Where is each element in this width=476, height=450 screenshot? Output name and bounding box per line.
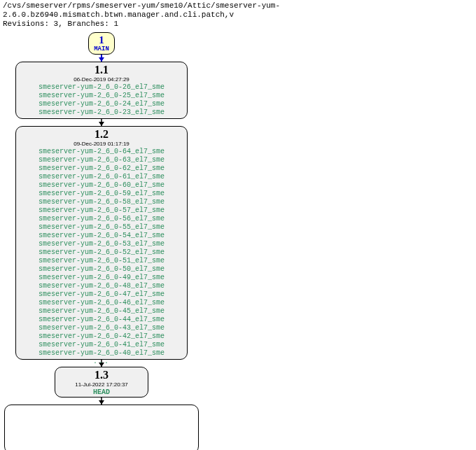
tags-ellipsis: ... bbox=[16, 358, 187, 366]
tag: smeserver-yum-2_6_0-48_el7_sme bbox=[16, 282, 187, 290]
rev-date: 11-Jul-2022 17:20:37 bbox=[55, 381, 148, 388]
tag: smeserver-yum-2_6_0-45_el7_sme bbox=[16, 307, 187, 316]
branch-main[interactable]: 1 MAIN bbox=[88, 32, 115, 55]
tag: smeserver-yum-2_6_0-50_el7_sme bbox=[16, 265, 187, 274]
branch-name: MAIN bbox=[89, 45, 114, 52]
tag: smeserver-yum-2_6_0-62_el7_sme bbox=[16, 164, 187, 173]
revision-1-3[interactable]: 1.3 11-Jul-2022 17:20:37 HEAD bbox=[55, 367, 148, 398]
rev-tags: smeserver-yum-2_6_0-64_el7_smesmeserver-… bbox=[16, 148, 187, 358]
tag: smeserver-yum-2_6_0-63_el7_sme bbox=[16, 156, 187, 164]
tag: smeserver-yum-2_6_0-64_el7_sme bbox=[16, 148, 187, 156]
tag: smeserver-yum-2_6_0-25_el7_sme bbox=[16, 92, 187, 100]
tag: smeserver-yum-2_6_0-24_el7_sme bbox=[16, 100, 187, 108]
tag: smeserver-yum-2_6_0-46_el7_sme bbox=[16, 299, 187, 307]
header: /cvs/smeserver/rpms/smeserver-yum/sme10/… bbox=[0, 0, 476, 29]
revision-1-2[interactable]: 1.2 09-Dec-2019 01:17:19 smeserver-yum-2… bbox=[15, 126, 188, 360]
tag: smeserver-yum-2_6_0-47_el7_sme bbox=[16, 290, 187, 299]
branch-number: 1 bbox=[89, 34, 114, 45]
tag: smeserver-yum-2_6_0-23_el7_sme bbox=[16, 108, 187, 117]
rev-tags: smeserver-yum-2_6_0-26_el7_smesmeserver-… bbox=[16, 83, 187, 117]
tag: smeserver-yum-2_6_0-51_el7_sme bbox=[16, 257, 187, 265]
file-path: /cvs/smeserver/rpms/smeserver-yum/sme10/… bbox=[3, 1, 473, 20]
head-label: HEAD bbox=[55, 388, 148, 397]
tag: smeserver-yum-2_6_0-49_el7_sme bbox=[16, 274, 187, 282]
rev-date: 09-Dec-2019 01:17:19 bbox=[16, 141, 187, 148]
tag: smeserver-yum-2_6_0-44_el7_sme bbox=[16, 316, 187, 324]
tag: smeserver-yum-2_6_0-53_el7_sme bbox=[16, 240, 187, 248]
tag: smeserver-yum-2_6_0-41_el7_sme bbox=[16, 341, 187, 349]
tag: smeserver-yum-2_6_0-42_el7_sme bbox=[16, 332, 187, 341]
rev-title: 1.1 bbox=[16, 64, 187, 76]
tag: smeserver-yum-2_6_0-57_el7_sme bbox=[16, 206, 187, 215]
tag: smeserver-yum-2_6_0-43_el7_sme bbox=[16, 324, 187, 332]
revisions-meta: Revisions: 3, Branches: 1 bbox=[3, 20, 473, 29]
tag: smeserver-yum-2_6_0-55_el7_sme bbox=[16, 223, 187, 232]
tag: smeserver-yum-2_6_0-40_el7_sme bbox=[16, 349, 187, 358]
tag: smeserver-yum-2_6_0-61_el7_sme bbox=[16, 173, 187, 181]
revision-1-1[interactable]: 1.1 06-Dec-2019 04:27:29 smeserver-yum-2… bbox=[15, 62, 188, 119]
tag: smeserver-yum-2_6_0-58_el7_sme bbox=[16, 198, 187, 206]
tag: smeserver-yum-2_6_0-54_el7_sme bbox=[16, 232, 187, 240]
tag: smeserver-yum-2_6_0-59_el7_sme bbox=[16, 190, 187, 198]
tag: smeserver-yum-2_6_0-26_el7_sme bbox=[16, 83, 187, 92]
footer-box bbox=[4, 405, 199, 450]
rev-title: 1.3 bbox=[55, 369, 148, 381]
rev-date: 06-Dec-2019 04:27:29 bbox=[16, 76, 187, 83]
rev-title: 1.2 bbox=[16, 128, 187, 141]
tag: smeserver-yum-2_6_0-60_el7_sme bbox=[16, 181, 187, 190]
tag: smeserver-yum-2_6_0-56_el7_sme bbox=[16, 215, 187, 223]
tag: smeserver-yum-2_6_0-52_el7_sme bbox=[16, 248, 187, 257]
